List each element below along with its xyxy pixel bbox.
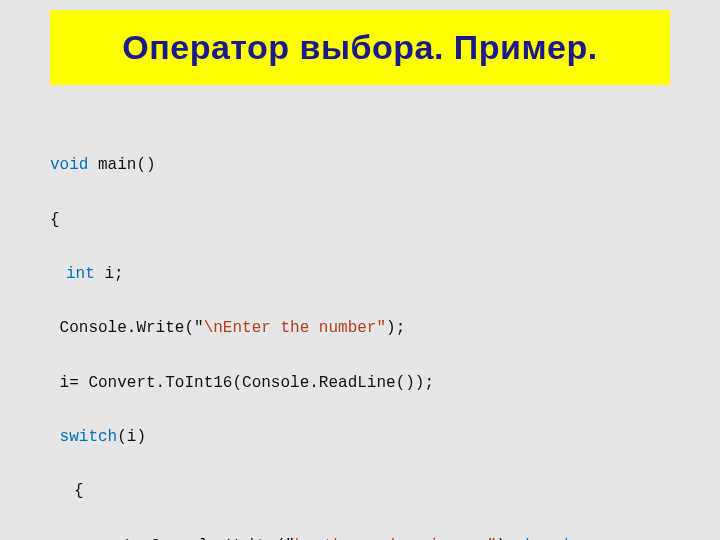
- kw-switch: switch: [60, 428, 118, 446]
- code-block: void main() { int i; Console.Write("\nEn…: [50, 125, 690, 540]
- code-line: {: [50, 478, 690, 505]
- code-line: {: [50, 207, 690, 234]
- code-line: Console.Write("\nEnter the number");: [50, 315, 690, 342]
- code-line: i= Convert.ToInt16(Console.ReadLine());: [50, 370, 690, 397]
- quote: ": [194, 319, 204, 337]
- code-text: );: [386, 319, 405, 337]
- code-text: main(): [88, 156, 155, 174]
- kw-int: int: [66, 265, 95, 283]
- slide: Оператор выбора. Пример. void main() { i…: [0, 0, 720, 540]
- code-line: void main(): [50, 152, 690, 179]
- code-line: int i;: [50, 261, 690, 288]
- string-literal: \nEnter the number: [204, 319, 377, 337]
- code-text: [50, 428, 60, 446]
- quote: ": [376, 319, 386, 337]
- code-line: switch(i): [50, 424, 690, 451]
- code-line: case 1: Console.Write("\n the number is …: [50, 533, 690, 540]
- code-text: i;: [95, 265, 124, 283]
- code-text: (i): [117, 428, 146, 446]
- kw-void: void: [50, 156, 88, 174]
- slide-title: Оператор выбора. Пример.: [122, 28, 597, 67]
- title-bar: Оператор выбора. Пример.: [50, 10, 670, 85]
- code-text: Console.Write(: [50, 319, 194, 337]
